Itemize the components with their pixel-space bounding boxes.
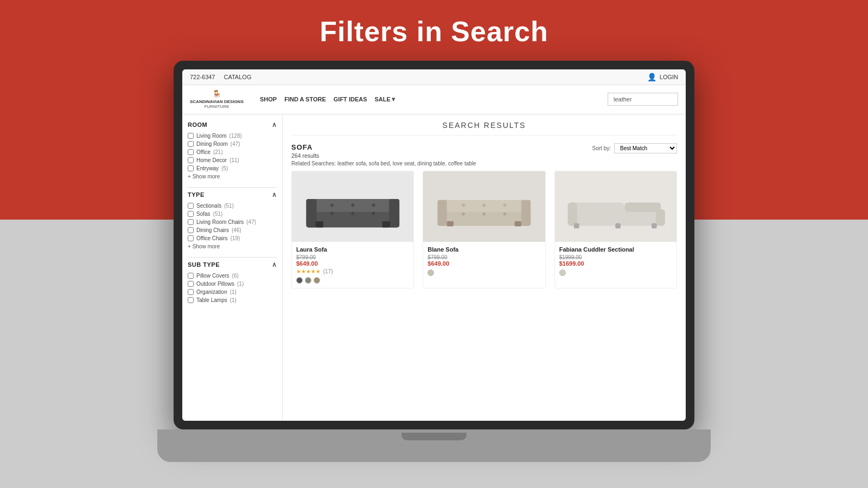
filter-type-name-1: Sectionals: [196, 203, 221, 209]
product-stars-1: ★★★★★ (17): [296, 268, 409, 274]
filter-type-header: TYPE ∧: [188, 191, 277, 198]
filter-subtype-count-4: (1): [230, 297, 237, 303]
product-image-2: [423, 171, 545, 242]
filter-type-name-4: Dining Chairs: [196, 227, 229, 233]
filter-room-name-2: Dining Room: [196, 141, 228, 147]
filter-room-item-4[interactable]: Home Decor (11): [188, 157, 277, 163]
filter-type-checkbox-4[interactable]: [188, 227, 194, 233]
filter-room-section: ROOM ∧ Living Room (128) Dining Room (47…: [188, 121, 277, 179]
results-category: SOFA: [291, 143, 476, 151]
filter-room-name-4: Home Decor: [196, 157, 227, 163]
filter-subtype-item-2[interactable]: Outdoor Pillows (1): [188, 281, 277, 287]
products-grid: Laura Sofa $799.00 $649.00 ★★★★★ (17): [291, 171, 677, 288]
filter-room-show-more[interactable]: Show more: [188, 174, 277, 179]
product-name-2: Blane Sofa: [427, 246, 540, 253]
filter-room-item-3[interactable]: Office (21): [188, 149, 277, 155]
filter-subtype-checkbox-3[interactable]: [188, 289, 194, 295]
svg-rect-16: [447, 221, 454, 227]
filter-subtype-item-4[interactable]: Table Lamps (1): [188, 297, 277, 303]
svg-rect-17: [515, 221, 521, 227]
laptop-notch: [401, 433, 467, 440]
product-image-1: [292, 171, 413, 242]
filter-room-item-5[interactable]: Entryway (5): [188, 165, 277, 171]
catalog-link[interactable]: CATALOG: [224, 74, 252, 80]
phone-number: 722-6347: [190, 74, 215, 80]
filter-type-show-more[interactable]: Show more: [188, 243, 277, 249]
product-swatches-1: [296, 277, 409, 284]
filter-room-count-5: (5): [221, 165, 228, 171]
filter-type-count-4: (46): [232, 227, 241, 233]
sort-row: Sort by: Best Match Price: Low to High P…: [592, 143, 677, 153]
nav-find-store[interactable]: FIND A STORE: [284, 96, 326, 102]
filter-type-label: TYPE: [188, 191, 205, 198]
product-sale-price-2: $649.00: [427, 260, 540, 267]
filter-type-checkbox-2[interactable]: [188, 211, 194, 217]
filter-room-checkbox-4[interactable]: [188, 157, 194, 163]
results-header: SOFA 264 results Related Searches: leath…: [291, 143, 677, 166]
filter-room-chevron-icon[interactable]: ∧: [272, 121, 277, 129]
product-card-2[interactable]: Blane Sofa $799.00 $649.00: [423, 171, 545, 288]
filter-type-item-4[interactable]: Dining Chairs (46): [188, 227, 277, 233]
login-link[interactable]: LOGIN: [660, 74, 678, 80]
swatch-beige[interactable]: [427, 269, 434, 276]
filter-room-checkbox-5[interactable]: [188, 165, 194, 171]
swatch-dark[interactable]: [296, 277, 303, 284]
product-info-2: Blane Sofa $799.00 $649.00: [423, 242, 545, 280]
nav-links: SHOP FIND A STORE GIFT IDEAS SALE ▾: [260, 95, 395, 103]
svg-point-6: [330, 203, 334, 207]
svg-rect-3: [389, 199, 399, 227]
filter-room-checkbox-1[interactable]: [188, 133, 194, 139]
filter-room-count-1: (128): [229, 133, 242, 139]
filter-room-item-1[interactable]: Living Room (128): [188, 133, 277, 139]
filter-type-checkbox-1[interactable]: [188, 203, 194, 209]
swatch-mid[interactable]: [305, 277, 311, 284]
product-swatches-3: [559, 269, 672, 276]
filter-subtype-chevron-icon[interactable]: ∧: [272, 261, 277, 268]
svg-rect-4: [316, 221, 323, 227]
filter-subtype-checkbox-1[interactable]: [188, 273, 194, 279]
product-card-1[interactable]: Laura Sofa $799.00 $649.00 ★★★★★ (17): [291, 171, 414, 288]
filter-room-checkbox-2[interactable]: [188, 141, 194, 147]
filter-subtype-checkbox-4[interactable]: [188, 297, 194, 303]
search-results-label: SEARCH RESULTS: [291, 121, 677, 136]
filter-subtype-checkbox-2[interactable]: [188, 281, 194, 287]
filter-type-item-1[interactable]: Sectionals (51): [188, 203, 277, 209]
filter-subtype-item-1[interactable]: Pillow Covers (6): [188, 273, 277, 279]
filter-room-label: ROOM: [188, 121, 207, 128]
filter-room-count-2: (47): [231, 141, 240, 147]
nav-gift-ideas[interactable]: GIFT IDEAS: [334, 96, 367, 102]
sort-select[interactable]: Best Match Price: Low to High Price: Hig…: [614, 143, 677, 153]
product-orig-price-1: $799.00: [296, 254, 409, 260]
search-input[interactable]: [608, 93, 678, 106]
laptop-body: 722-6347 CATALOG 👤 LOGIN 🪑 SCANDINAVIAN …: [174, 61, 694, 429]
filter-type-checkbox-3[interactable]: [188, 219, 194, 225]
filter-room-item-2[interactable]: Dining Room (47): [188, 141, 277, 147]
product-card-3[interactable]: Fabiana Cuddler Sectional $1999.00 $1699…: [554, 171, 677, 288]
brand-name-line1: SCANDINAVIAN DESIGNS: [190, 99, 244, 105]
laptop-base: [157, 429, 711, 462]
product-orig-price-2: $799.00: [427, 254, 540, 260]
svg-rect-14: [438, 200, 447, 226]
filter-subtype-name-4: Table Lamps: [196, 297, 227, 303]
filter-subtype-section: SUB TYPE ∧ Pillow Covers (6) Outdoor Pil…: [188, 261, 277, 303]
brand-logo[interactable]: 🪑 SCANDINAVIAN DESIGNS FURNITURE: [190, 89, 244, 110]
filter-subtype-count-3: (1): [230, 289, 237, 295]
filter-type-count-5: (19): [231, 235, 240, 241]
svg-point-18: [462, 203, 465, 207]
product-image-3: [555, 171, 676, 242]
filter-subtype-item-3[interactable]: Organization (1): [188, 289, 277, 295]
nav-shop[interactable]: SHOP: [260, 96, 277, 102]
nav-sale[interactable]: SALE ▾: [375, 95, 395, 103]
laptop-screen: 722-6347 CATALOG 👤 LOGIN 🪑 SCANDINAVIAN …: [182, 69, 686, 421]
page-title: Filters in Search: [320, 0, 548, 61]
filter-room-checkbox-3[interactable]: [188, 149, 194, 155]
svg-point-23: [503, 212, 507, 215]
filter-type-item-5[interactable]: Office Chairs (19): [188, 235, 277, 241]
filter-room-header: ROOM ∧: [188, 121, 277, 129]
filter-type-item-2[interactable]: Sofas (51): [188, 211, 277, 217]
swatch-cream[interactable]: [559, 269, 566, 276]
filter-type-chevron-icon[interactable]: ∧: [272, 191, 277, 198]
swatch-warm[interactable]: [314, 277, 320, 284]
filter-type-checkbox-5[interactable]: [188, 235, 194, 241]
filter-type-item-3[interactable]: Living Room Chairs (47): [188, 219, 277, 225]
